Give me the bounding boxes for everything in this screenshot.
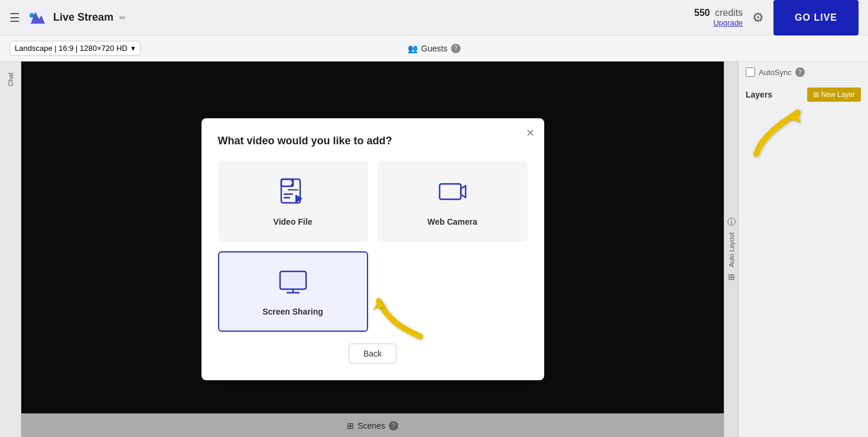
new-layer-label: New Layer — [821, 90, 855, 99]
web-camera-label: Web Camera — [427, 217, 477, 226]
modal-bottom-options: Screen Sharing — [218, 251, 528, 332]
auto-layout-grid-icon[interactable]: ⊞ — [728, 272, 735, 281]
svg-point-1 — [30, 13, 34, 18]
layers-title: Layers — [746, 90, 772, 99]
chevron-down-icon: ▾ — [131, 44, 135, 53]
auto-layout-label: Auto Layout — [728, 232, 735, 267]
autosync-label: AutoSync — [759, 68, 792, 77]
guests-icon: 👥 — [408, 44, 418, 53]
modal-overlay: What video would you like to add? ✕ — [21, 61, 724, 437]
new-layer-icon: ⊞ — [813, 90, 819, 99]
modal-title: What video would you like to add? — [218, 135, 528, 147]
credits-section: 550 credits Upgrade — [694, 8, 743, 27]
autosync-section: AutoSync ? — [746, 67, 805, 77]
screen-sharing-label: Screen Sharing — [262, 307, 323, 316]
topbar-left: ☰ Live Stream ✏ — [9, 7, 694, 28]
chat-label: Chat — [7, 72, 14, 86]
modal-empty-slot — [378, 251, 528, 332]
add-video-modal: What video would you like to add? ✕ — [201, 118, 544, 380]
right-panel-top: AutoSync ? — [739, 61, 868, 83]
new-layer-arrow — [745, 101, 868, 162]
app-logo — [26, 7, 47, 28]
video-file-icon — [278, 177, 308, 208]
guests-help-icon[interactable]: ? — [451, 44, 460, 53]
auto-layout-info-icon[interactable]: ⓘ — [727, 217, 736, 228]
credits-label: credits — [715, 8, 743, 18]
svg-marker-11 — [789, 112, 801, 123]
hamburger-icon[interactable]: ☰ — [9, 11, 20, 25]
topbar: ☰ Live Stream ✏ 550 credits Upgrade ⚙ GO… — [0, 0, 868, 35]
resolution-select[interactable]: Landscape | 16:9 | 1280×720 HD ▾ — [9, 41, 141, 56]
modal-top-options: Video File Web Camera — [218, 161, 528, 242]
svg-rect-4 — [284, 193, 293, 195]
app-title: Live Stream — [53, 11, 113, 24]
svg-rect-5 — [284, 197, 290, 199]
secondbar: Landscape | 16:9 | 1280×720 HD ▾ 👥 Guest… — [0, 35, 868, 61]
video-file-option[interactable]: Video File — [218, 161, 368, 242]
layers-section: Layers ⊞ New Layer — [739, 83, 868, 106]
web-camera-icon — [437, 177, 468, 208]
edit-icon[interactable]: ✏ — [119, 13, 126, 22]
credits-count: 550 — [694, 8, 710, 18]
svg-marker-6 — [295, 195, 303, 203]
go-live-button[interactable]: GO LIVE — [773, 0, 859, 35]
svg-rect-7 — [440, 184, 461, 199]
video-file-label: Video File — [274, 217, 313, 226]
resolution-label: Landscape | 16:9 | 1280×720 HD — [15, 44, 128, 53]
main-layout: Chat ⊞ Scenes ? What video would you lik… — [0, 61, 868, 437]
screen-sharing-option[interactable]: Screen Sharing — [218, 251, 368, 332]
guests-button[interactable]: 👥 Guests ? — [408, 44, 460, 53]
auto-layout-bar: ⓘ Auto Layout ⊞ — [724, 61, 738, 437]
settings-icon[interactable]: ⚙ — [752, 10, 764, 25]
sidebar-item-chat[interactable]: Chat — [2, 66, 19, 92]
autosync-checkbox[interactable] — [746, 67, 755, 77]
modal-back-button[interactable]: Back — [349, 344, 396, 364]
modal-close-button[interactable]: ✕ — [526, 128, 535, 138]
new-layer-button[interactable]: ⊞ New Layer — [807, 88, 861, 102]
autosync-help-icon[interactable]: ? — [795, 67, 805, 77]
upgrade-link[interactable]: Upgrade — [694, 18, 743, 27]
web-camera-option[interactable]: Web Camera — [378, 161, 528, 242]
right-panel: AutoSync ? Layers ⊞ New Layer — [738, 61, 868, 437]
canvas-area: ⊞ Scenes ? What video would you like to … — [21, 61, 724, 437]
left-sidebar: Chat — [0, 61, 21, 437]
svg-rect-9 — [282, 274, 304, 287]
guests-label: Guests — [421, 44, 447, 53]
screen-sharing-icon — [278, 267, 308, 297]
